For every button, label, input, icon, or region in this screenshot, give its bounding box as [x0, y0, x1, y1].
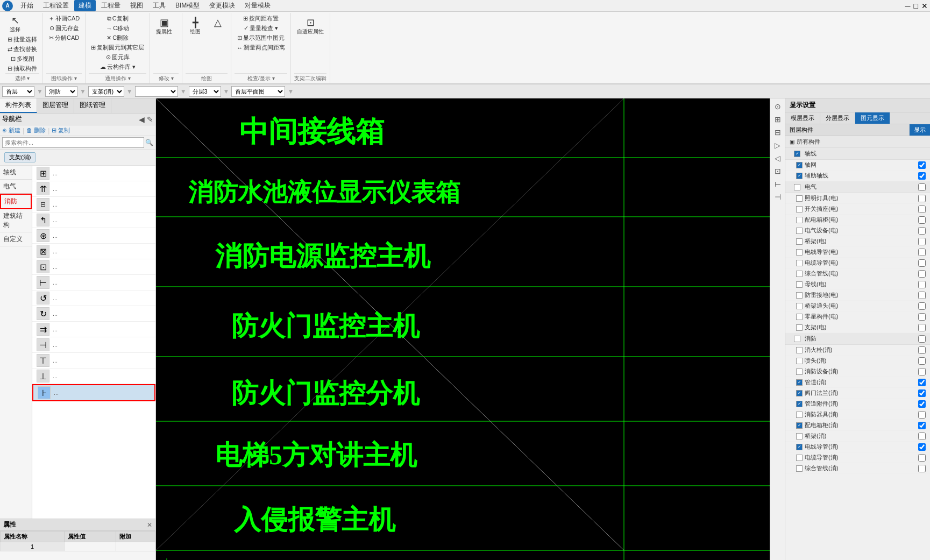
batch-select-button[interactable]: ⊞ 批量选择 [5, 35, 39, 44]
props-cell-name[interactable] [64, 542, 116, 551]
wire-elec-vis[interactable] [918, 249, 926, 256]
axis-checkbox[interactable] [794, 151, 800, 157]
fire-section-header[interactable]: 消防 [785, 333, 930, 345]
triangle-button[interactable]: △ [208, 16, 228, 29]
axis-grid-vis[interactable] [918, 161, 926, 169]
fire-tool-vis[interactable] [918, 411, 926, 419]
bracket-elec-vis[interactable] [918, 324, 926, 331]
vert-btn-3[interactable]: ⊟ [772, 126, 784, 138]
comp-item-1[interactable]: ⇈ ... [32, 181, 155, 197]
new-action[interactable]: ⊕ 新建 [2, 126, 20, 134]
comp-dots-11[interactable]: ... [53, 342, 58, 348]
cat-custom[interactable]: 自定义 [0, 232, 32, 246]
busbar-elec-checkbox[interactable] [796, 281, 803, 288]
misc-elec-vis[interactable] [918, 313, 926, 321]
comp-item-8[interactable]: ↺ ... [32, 290, 155, 306]
fire-panel-checkbox[interactable] [796, 422, 803, 429]
light-vis[interactable] [918, 195, 926, 202]
add-cad-button[interactable]: ＋ 补画CAD [46, 14, 82, 23]
switch-vis[interactable] [918, 205, 926, 213]
category-tag[interactable]: 支架(消) [4, 152, 36, 162]
fire-bridge-vis[interactable] [918, 433, 926, 440]
pipe-checkbox[interactable] [796, 379, 803, 386]
combined-elec-vis[interactable] [918, 270, 926, 278]
fire-combined-checkbox[interactable] [796, 465, 803, 472]
menu-tools[interactable]: 工具 [148, 0, 170, 11]
window-maximize[interactable]: □ [914, 2, 918, 10]
comp-item-13[interactable]: ⊥ ... [32, 368, 155, 384]
comp-item-0[interactable]: ⊞ ... [32, 166, 155, 181]
vert-btn-6[interactable]: ⊡ [772, 165, 784, 177]
comp-dots-12[interactable]: ... [53, 357, 58, 364]
search-input[interactable] [2, 137, 144, 148]
fire-wire-vis[interactable] [918, 443, 926, 451]
lightning-vis[interactable] [918, 292, 926, 299]
comp-dots-9[interactable]: ... [53, 310, 58, 317]
right-tab-layer[interactable]: 分层显示 [820, 112, 855, 124]
fire-wire-checkbox[interactable] [796, 444, 803, 450]
copy-action[interactable]: ⊞ 复制 [52, 126, 70, 134]
quantity-check-button[interactable]: ✓ 量量检查 ▾ [242, 24, 280, 33]
aux-axis-vis[interactable] [918, 172, 926, 180]
valve-vis[interactable] [918, 389, 926, 397]
delete-action[interactable]: 🗑 删除 [26, 126, 46, 134]
menu-modeling[interactable]: 建模 [74, 0, 96, 11]
misc-elec-checkbox[interactable] [796, 314, 803, 320]
vert-btn-4[interactable]: ▷ [772, 139, 784, 151]
comp-dots-2[interactable]: ... [53, 201, 58, 208]
valve-checkbox[interactable] [796, 390, 803, 396]
fire-combined-vis[interactable] [918, 465, 926, 472]
layer-select[interactable] [135, 86, 178, 97]
fire-bridge-checkbox[interactable] [796, 433, 803, 440]
comp-item-10[interactable]: ⇉ ... [32, 322, 155, 337]
right-tab-element[interactable]: 图元显示 [855, 112, 890, 124]
comp-dots-14[interactable]: ... [54, 389, 59, 396]
sprinkler-checkbox[interactable] [796, 358, 803, 364]
cable-elec-checkbox[interactable] [796, 260, 803, 266]
combined-elec-checkbox[interactable] [796, 271, 803, 277]
hydrant-checkbox[interactable] [796, 347, 803, 353]
electric-checkbox[interactable] [794, 184, 800, 190]
auto-props-button[interactable]: ⊡ 自适应属性 [294, 16, 326, 37]
comp-item-14[interactable]: ⊦ ... [32, 384, 155, 401]
comp-dots-5[interactable]: ... [53, 248, 58, 254]
tab-drawing-mgmt[interactable]: 图纸管理 [74, 98, 111, 113]
menu-bim[interactable]: BIM模型 [171, 0, 204, 11]
bridge-elec-checkbox[interactable] [796, 238, 803, 245]
vert-btn-1[interactable]: ⊙ [772, 101, 784, 112]
find-replace-button[interactable]: ⇄ 查找替换 [5, 45, 39, 54]
axis-section-header[interactable]: 轴线 [785, 148, 930, 160]
delete-button[interactable]: ✕ C删除 [104, 33, 131, 42]
menu-compare[interactable]: 对量模块 [240, 0, 275, 11]
busbar-elec-vis[interactable] [918, 281, 926, 288]
comp-item-12[interactable]: ⊤ ... [32, 353, 155, 368]
comp-dots-8[interactable]: ... [53, 295, 58, 301]
bridge-head-vis[interactable] [918, 302, 926, 310]
hydrant-vis[interactable] [918, 346, 926, 354]
comp-dots-13[interactable]: ... [53, 373, 58, 379]
bridge-elec-vis[interactable] [918, 238, 926, 245]
sprinkler-vis[interactable] [918, 357, 926, 365]
show-range-button[interactable]: ⊡ 显示范围中图元 [235, 33, 287, 42]
props-cell-value[interactable] [116, 542, 155, 551]
comp-item-6[interactable]: ⊡ ... [32, 259, 155, 275]
move-button[interactable]: → C移动 [104, 24, 131, 33]
bridge-head-checkbox[interactable] [796, 303, 803, 309]
nav-edit-icon[interactable]: ✎ [147, 115, 153, 124]
comp-item-9[interactable]: ↻ ... [32, 306, 155, 322]
get-props-button[interactable]: ▣ 提属性 [153, 16, 175, 37]
comp-item-7[interactable]: ⊢ ... [32, 275, 155, 290]
switch-checkbox[interactable] [796, 206, 803, 212]
multi-view-button[interactable]: ⊡ 多视图 [9, 54, 37, 63]
fire-cable-vis[interactable] [918, 454, 926, 462]
comp-item-3[interactable]: ↰ ... [32, 212, 155, 228]
menu-start[interactable]: 开始 [16, 0, 38, 11]
canvas-area[interactable]: 中间接线箱 消防水池液位显示仪表箱 消防电源监控主机 防火门监控主机 防火门监控… [156, 98, 770, 560]
fire-equip-vis[interactable] [918, 368, 926, 375]
element-save-button[interactable]: ⊙ 圆元存盘 [47, 24, 81, 33]
vert-btn-5[interactable]: ◁ [772, 152, 784, 164]
fire-vis[interactable] [918, 335, 926, 343]
select-button[interactable]: ↖ 选择 [5, 14, 25, 35]
aux-axis-checkbox[interactable] [796, 173, 803, 179]
cat-axis[interactable]: 轴线 [0, 166, 32, 180]
